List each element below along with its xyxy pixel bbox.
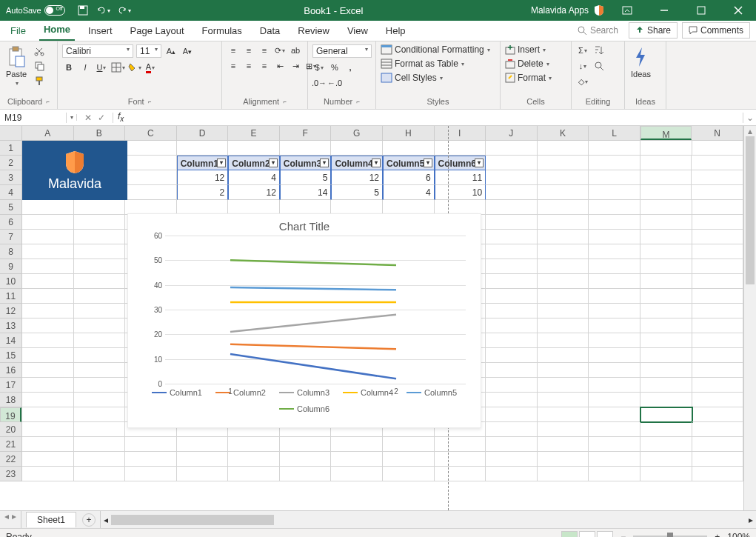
cell[interactable]: 14 (280, 185, 332, 200)
cell[interactable] (692, 318, 744, 333)
cell[interactable] (74, 200, 126, 215)
cell[interactable] (228, 200, 280, 215)
cell[interactable] (177, 437, 229, 452)
zoom-out-button[interactable]: − (620, 532, 626, 538)
ribbon-display-icon[interactable] (612, 0, 642, 21)
next-sheet-icon[interactable]: ▸ (12, 511, 16, 528)
row-header-14[interactable]: 14 (0, 333, 21, 348)
row-header-12[interactable]: 12 (0, 304, 21, 318)
cell[interactable] (589, 141, 640, 156)
cell[interactable] (538, 363, 589, 378)
cell[interactable]: Column5▾ (383, 156, 435, 170)
cell[interactable] (22, 467, 74, 481)
cell[interactable] (435, 467, 486, 481)
cell[interactable] (692, 304, 744, 318)
cell[interactable]: 5 (280, 170, 332, 185)
cell[interactable] (538, 348, 589, 363)
cell[interactable] (331, 437, 383, 452)
col-header-A[interactable]: A (22, 126, 74, 140)
cell[interactable] (74, 378, 126, 393)
cell[interactable] (125, 141, 177, 156)
percent-icon[interactable]: % (328, 61, 341, 73)
tab-insert[interactable]: Insert (84, 21, 117, 41)
align-left-icon[interactable]: ≡ (227, 60, 240, 72)
tab-data[interactable]: Data (255, 21, 284, 41)
cell[interactable] (640, 348, 692, 363)
comments-button[interactable]: Comments (682, 22, 750, 39)
cell[interactable] (692, 467, 744, 481)
decrease-decimal-icon[interactable]: ←.0 (328, 77, 341, 89)
cell[interactable] (692, 141, 744, 156)
cell[interactable] (22, 200, 74, 215)
cell[interactable] (640, 304, 692, 318)
cell[interactable] (640, 215, 692, 230)
cell[interactable] (692, 333, 744, 348)
cell[interactable] (692, 230, 744, 244)
cell[interactable]: Column3▾ (280, 156, 332, 170)
horizontal-scrollbar[interactable]: ◂▸ (100, 511, 756, 528)
cell[interactable] (22, 422, 74, 437)
cell[interactable] (486, 333, 538, 348)
cell[interactable] (589, 274, 640, 289)
increase-font-icon[interactable]: A▴ (164, 45, 178, 57)
cell[interactable] (589, 452, 640, 467)
autosum-icon[interactable]: Σ▾ (576, 44, 589, 56)
cell[interactable] (125, 437, 177, 452)
cell[interactable] (486, 185, 538, 200)
cell[interactable] (692, 422, 744, 437)
cell[interactable] (692, 437, 744, 452)
cell[interactable] (74, 289, 126, 304)
cell[interactable] (640, 185, 692, 200)
cell[interactable] (538, 244, 589, 259)
decrease-indent-icon[interactable]: ⇤ (273, 60, 287, 72)
cell[interactable] (692, 378, 744, 393)
cell[interactable] (74, 230, 126, 244)
cell[interactable] (589, 170, 640, 185)
prev-sheet-icon[interactable]: ◂ (4, 511, 9, 528)
cell[interactable] (125, 156, 177, 170)
cell[interactable] (589, 304, 640, 318)
cell[interactable] (22, 304, 74, 318)
format-cells-button[interactable]: Format▾ (505, 73, 552, 83)
page-layout-view-button[interactable] (579, 531, 595, 538)
row-header-4[interactable]: 4 (0, 185, 21, 200)
cell[interactable] (74, 274, 126, 289)
font-color-button[interactable]: A▾ (144, 61, 157, 73)
cell[interactable] (538, 185, 589, 200)
cell[interactable] (640, 378, 692, 393)
row-header-8[interactable]: 8 (0, 244, 21, 259)
cell[interactable] (486, 230, 538, 244)
cell[interactable] (486, 363, 538, 378)
cell[interactable] (383, 141, 435, 156)
cell[interactable] (486, 304, 538, 318)
cell[interactable] (538, 156, 589, 170)
cell[interactable] (125, 467, 177, 481)
cell[interactable] (640, 230, 692, 244)
cell[interactable] (177, 141, 229, 156)
filter-button[interactable]: ▾ (424, 159, 432, 167)
cell[interactable] (692, 348, 744, 363)
cell[interactable] (640, 422, 692, 437)
name-box[interactable]: M19 (0, 113, 67, 123)
tab-page-layout[interactable]: Page Layout (126, 21, 189, 41)
cell[interactable] (22, 348, 74, 363)
cell[interactable] (640, 156, 692, 170)
format-painter-icon[interactable] (31, 74, 47, 87)
ideas-button[interactable]: Ideas (629, 44, 652, 80)
conditional-formatting-button[interactable]: Conditional Formatting▾ (381, 44, 490, 55)
cell[interactable] (640, 467, 692, 481)
cell[interactable] (280, 141, 332, 156)
cell[interactable] (538, 422, 589, 437)
fx-icon[interactable]: fx (113, 111, 128, 123)
cell[interactable] (125, 170, 177, 185)
maximize-icon[interactable] (686, 0, 716, 21)
cell[interactable] (692, 259, 744, 274)
cell[interactable] (22, 393, 74, 407)
cell[interactable] (486, 200, 538, 215)
copy-icon[interactable] (31, 59, 47, 73)
wrap-text-icon[interactable]: ab (289, 44, 302, 56)
cell[interactable] (589, 156, 640, 170)
cut-icon[interactable] (31, 44, 47, 58)
cell[interactable] (331, 452, 383, 467)
row-header-10[interactable]: 10 (0, 274, 21, 289)
